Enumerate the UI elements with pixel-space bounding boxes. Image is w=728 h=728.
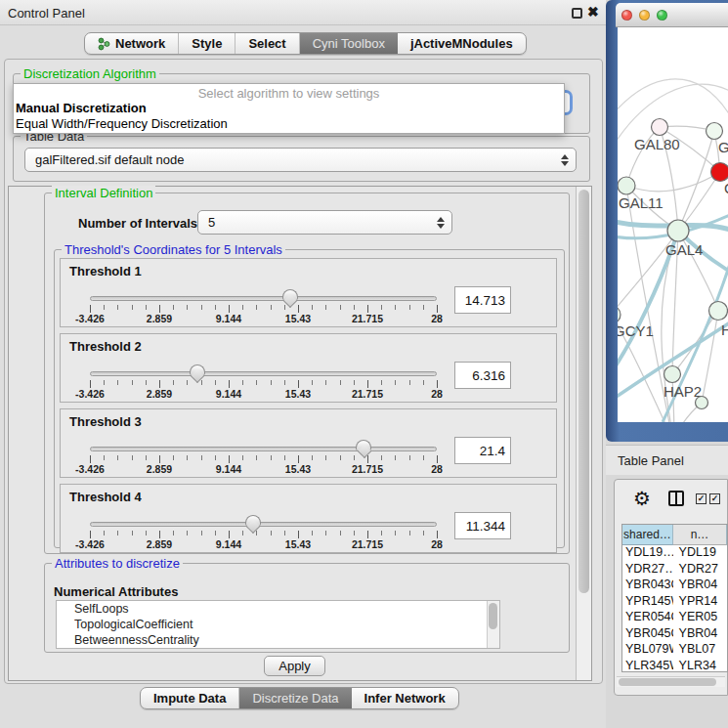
cell-name[interactable]: YBL07 xyxy=(673,642,727,659)
float-window-icon[interactable] xyxy=(572,8,582,19)
cell-shared-name[interactable]: YER054C xyxy=(622,610,673,626)
network-node[interactable] xyxy=(667,220,689,241)
cell-name[interactable]: YBR04 xyxy=(673,626,727,643)
cell-shared-name[interactable]: YBR045C xyxy=(622,626,673,643)
node-attribute-table[interactable]: shared… n… YDL19…YDL19YDR27…YDR27YBR043C… xyxy=(621,524,728,672)
table-row[interactable]: YBL079WYBL07 xyxy=(622,642,727,659)
table-data-combo-value: galFiltered.sif default node xyxy=(35,152,184,167)
cell-shared-name[interactable]: YBL079W xyxy=(622,642,673,659)
cell-name[interactable]: YPR14 xyxy=(673,594,727,611)
slider-thumb[interactable] xyxy=(245,515,261,526)
slider-thumb[interactable] xyxy=(190,364,205,375)
cell-shared-name[interactable]: YBR043C xyxy=(622,578,673,594)
tab-jactivemnodules[interactable]: jActiveMNodules xyxy=(398,33,526,54)
attribute-list-item[interactable]: TopologicalCoefficient xyxy=(57,617,499,632)
network-edge[interactable] xyxy=(678,131,714,231)
network-node[interactable] xyxy=(652,119,668,136)
table-row[interactable]: YDL19…YDL19 xyxy=(622,545,727,562)
apply-button[interactable]: Apply xyxy=(264,656,325,676)
tab-discretize-data[interactable]: Discretize Data xyxy=(239,688,351,708)
cell-shared-name[interactable]: YDR27… xyxy=(622,562,673,578)
number-of-intervals-combo[interactable]: 5 xyxy=(197,210,452,235)
cell-name[interactable]: YER05 xyxy=(673,610,727,626)
column-header-name[interactable]: n… xyxy=(673,525,727,545)
table-data-combo[interactable]: galFiltered.sif default node xyxy=(24,148,577,172)
slider-track[interactable] xyxy=(90,296,437,301)
slider-track[interactable] xyxy=(90,371,437,376)
threshold-1-value-field[interactable]: 14.713 xyxy=(454,286,511,314)
slider-scale-labels: -3.4262.8599.14415.4321.71528 xyxy=(90,463,437,476)
network-window-titlebar[interactable] xyxy=(616,3,728,27)
tick-label: 21.715 xyxy=(352,313,383,324)
slider-major-ticks xyxy=(90,305,438,313)
tick-label: 2.859 xyxy=(147,463,172,475)
table-row[interactable]: YER054CYER05 xyxy=(622,610,727,626)
table-row[interactable]: YBR043CYBR04 xyxy=(622,578,727,594)
cell-shared-name[interactable]: YDL19… xyxy=(622,545,673,562)
threshold-4-slider[interactable]: -3.4262.8599.14415.4321.71528 xyxy=(90,485,437,554)
network-node[interactable] xyxy=(618,177,635,194)
menu-item-manual-discretization[interactable]: Manual Discretization xyxy=(14,101,564,116)
network-node[interactable] xyxy=(696,397,708,409)
close-icon[interactable]: ✖ xyxy=(587,4,599,20)
menu-item-equal-width-frequency[interactable]: Equal Width/Frequency Discretization xyxy=(14,116,564,132)
attribute-list-item[interactable]: BetweennessCentrality xyxy=(57,632,499,648)
slider-thumb[interactable] xyxy=(356,440,371,450)
slider-thumb[interactable] xyxy=(282,289,298,300)
tab-infer-network[interactable]: Infer Network xyxy=(352,688,458,708)
table-row[interactable]: YPR145WYPR14 xyxy=(622,594,727,611)
node-label: GAL80 xyxy=(634,136,680,152)
network-edge[interactable] xyxy=(672,311,718,374)
attribute-list-item[interactable]: SelfLoops xyxy=(57,601,499,617)
column-header-shared-name[interactable]: shared… xyxy=(622,525,673,545)
cell-name[interactable]: YLR34 xyxy=(673,659,727,673)
cell-shared-name[interactable]: YPR145W xyxy=(622,594,673,611)
control-panel-tabs: Network Style Select Cyni Toolbox jActiv… xyxy=(84,32,527,55)
threshold-4-box: Threshold 4 -3.4262.8599.14415.4321.7152… xyxy=(60,484,557,553)
checkbox-icon[interactable]: ✓ xyxy=(709,493,720,504)
table-panel-header: Table Panel xyxy=(606,445,728,475)
network-node[interactable] xyxy=(707,123,723,140)
cell-shared-name[interactable]: YLR345W xyxy=(622,659,673,673)
cell-name[interactable]: YDL19 xyxy=(673,545,727,562)
threshold-4-value-field[interactable]: 11.344 xyxy=(454,512,511,539)
numerical-attributes-list[interactable]: SelfLoopsTopologicalCoefficientBetweenne… xyxy=(56,600,500,649)
network-node[interactable] xyxy=(618,306,621,323)
slider-track[interactable] xyxy=(90,522,437,527)
threshold-2-value-field[interactable]: 6.316 xyxy=(454,362,511,389)
mac-minimize-button[interactable] xyxy=(639,10,650,21)
threshold-3-value-field[interactable]: 21.4 xyxy=(454,437,511,464)
columns-icon[interactable] xyxy=(668,491,684,506)
slider-track[interactable] xyxy=(90,447,437,451)
network-node[interactable] xyxy=(664,366,681,383)
table-horizontal-scrollbar-thumb[interactable] xyxy=(619,678,716,686)
tab-style[interactable]: Style xyxy=(179,33,236,54)
attributes-list-scrollbar-thumb[interactable] xyxy=(489,603,497,629)
mac-close-button[interactable] xyxy=(621,10,632,21)
tab-impute-data[interactable]: Impute Data xyxy=(141,688,239,708)
threshold-1-slider[interactable]: -3.4262.8599.14415.4321.71528 xyxy=(90,259,437,328)
cell-name[interactable]: YBR04 xyxy=(673,578,727,594)
threshold-1-box: Threshold 1 -3.4262.8599.14415.4321.7152… xyxy=(60,258,557,327)
tab-network[interactable]: Network xyxy=(85,33,179,54)
threshold-3-slider[interactable]: -3.4262.8599.14415.4321.71528 xyxy=(90,409,437,479)
table-row[interactable]: YDR27…YDR27 xyxy=(622,562,727,578)
tab-select[interactable]: Select xyxy=(236,33,299,54)
network-view-canvas[interactable]: GAL80GACGAL11GAL4GCY1HHAP2 xyxy=(618,27,728,422)
network-node[interactable] xyxy=(709,302,728,321)
threshold-2-slider[interactable]: -3.4262.8599.14415.4321.71528 xyxy=(90,334,437,404)
checkbox-icon[interactable]: ✓ xyxy=(696,493,707,504)
interval-definition-title: Interval Definition xyxy=(52,186,155,200)
network-node[interactable] xyxy=(711,163,728,182)
cell-name[interactable]: YDR27 xyxy=(673,562,727,578)
tab-cyni-toolbox[interactable]: Cyni Toolbox xyxy=(300,33,398,54)
node-label: GAL11 xyxy=(619,194,664,211)
table-row[interactable]: YLR345WYLR34 xyxy=(622,659,727,673)
threshold-2-box: Threshold 2 -3.4262.8599.14415.4321.7152… xyxy=(60,333,557,403)
gear-icon[interactable]: ⚙ xyxy=(633,487,651,510)
table-header-row: shared… n… xyxy=(622,525,727,545)
vertical-scrollbar-thumb[interactable] xyxy=(578,190,589,593)
table-row[interactable]: YBR045CYBR04 xyxy=(622,626,727,643)
mac-zoom-button[interactable] xyxy=(657,10,667,21)
network-edge[interactable] xyxy=(702,311,718,403)
